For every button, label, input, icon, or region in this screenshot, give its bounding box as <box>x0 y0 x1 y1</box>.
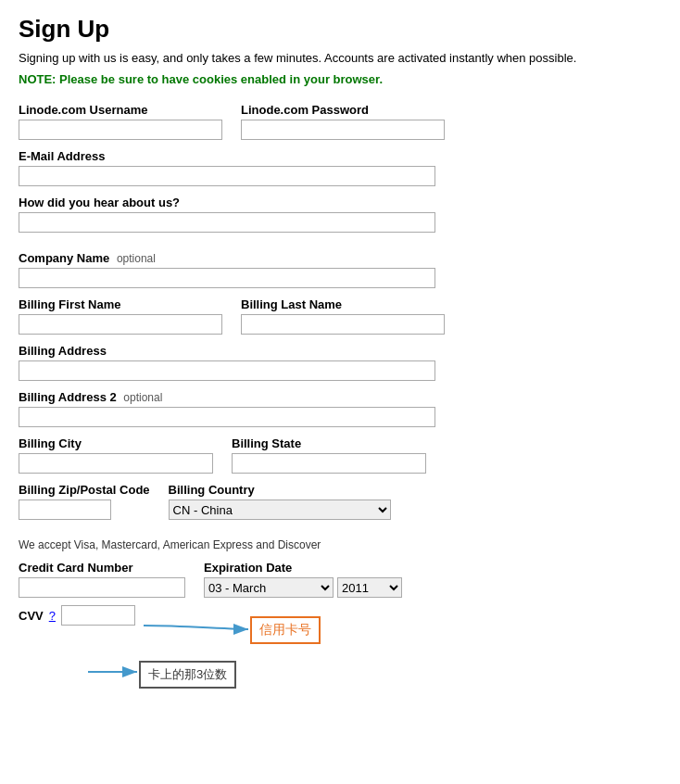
billing-state-input[interactable] <box>232 453 426 474</box>
company-name-input[interactable] <box>19 268 435 288</box>
username-input[interactable] <box>19 120 222 140</box>
username-label: Linode.com Username <box>19 103 222 117</box>
billing-address2-input[interactable] <box>19 407 435 427</box>
expiration-month-select[interactable]: 01 - January 02 - February 03 - March 04… <box>204 577 334 598</box>
billing-address-input[interactable] <box>19 360 435 381</box>
email-input[interactable] <box>19 166 435 186</box>
password-input[interactable] <box>241 120 445 140</box>
credit-card-label: Credit Card Number <box>19 561 185 575</box>
billing-address2-label: Billing Address 2 optional <box>19 390 661 404</box>
billing-country-select[interactable]: CN - China US - United States GB - Unite… <box>169 499 391 520</box>
company-optional: optional <box>117 252 156 265</box>
billing-state-label: Billing State <box>232 436 426 450</box>
billing-country-label: Billing Country <box>169 483 391 497</box>
company-name-label: Company Name optional <box>19 251 661 265</box>
accept-text: We accept Visa, Mastercard, American Exp… <box>19 538 661 551</box>
billing-last-name-label: Billing Last Name <box>241 297 445 311</box>
expiration-date-label: Expiration Date <box>204 561 402 575</box>
email-label: E-Mail Address <box>19 149 661 163</box>
hear-about-label: How did you hear about us? <box>19 196 661 209</box>
hear-about-input[interactable] <box>19 212 435 233</box>
billing-zip-input[interactable] <box>19 499 111 520</box>
billing-last-name-input[interactable] <box>241 314 445 335</box>
page-title: Sign Up <box>19 15 661 44</box>
billing-city-label: Billing City <box>19 436 213 450</box>
billing-city-input[interactable] <box>19 453 213 474</box>
password-label: Linode.com Password <box>241 103 445 117</box>
billing-address2-optional: optional <box>123 391 162 404</box>
annotation-area: 信用卡号 卡上的那3位数 <box>19 616 661 709</box>
billing-zip-label: Billing Zip/Postal Code <box>19 483 150 497</box>
callout-cvv: 卡上的那3位数 <box>139 661 236 689</box>
billing-first-name-label: Billing First Name <box>19 297 222 311</box>
billing-address-label: Billing Address <box>19 344 661 358</box>
credit-card-input[interactable] <box>19 577 185 598</box>
subtitle-text: Signing up with us is easy, and only tak… <box>19 51 661 65</box>
expiration-year-select[interactable]: 2011 2012 2013 2014 2015 2016 <box>337 577 402 598</box>
annotation-arrows <box>19 616 661 709</box>
callout-credit-card: 信用卡号 <box>250 616 321 644</box>
cookie-note: NOTE: Please be sure to have cookies ena… <box>19 72 661 86</box>
billing-first-name-input[interactable] <box>19 314 222 335</box>
